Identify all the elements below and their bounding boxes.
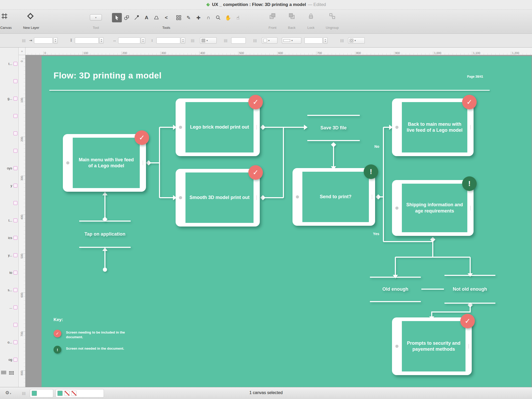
border-style-dropdown[interactable]: ▾ [282,37,301,44]
tablet-camera-dot [296,195,299,198]
layer-list-item[interactable]: oys [0,165,19,171]
layer-list-item[interactable]: y... [0,252,19,258]
point-tool-button[interactable]: ☝ [233,13,243,22]
artboard-icon [14,288,17,292]
artboard-icon [14,323,17,327]
ruler-label: 100 [20,95,23,105]
y-position-input[interactable] [75,37,99,44]
flow-node-prompts[interactable]: Prompts to security and payement methods… [392,317,472,375]
artboard-icon [14,114,17,118]
canvas-area[interactable]: Flow: 3D printing a model Page 38/41 [25,55,532,387]
key-title: Key: [54,317,128,322]
flow-node-label: Lego brick model print out [190,124,249,130]
canvas-button-label[interactable]: Canvas [0,26,15,30]
insert-tool-button[interactable]: < [161,13,171,22]
send-back-icon[interactable] [288,13,295,21]
badge-check-icon: ✓ [460,314,475,328]
flow-node-back-to-main[interactable]: Back to main menu with live feed of a Le… [392,98,474,156]
flow-node-lego-brick[interactable]: Lego brick model print out ✓ [176,98,260,156]
transform-tool-button[interactable]: ✚ [194,13,203,22]
tools-group-label: Tools [155,26,178,30]
fill-dropdown[interactable]: ▾ [200,37,217,44]
layer-list-item[interactable]: t... [0,217,19,223]
ruler-label: 800 [20,368,23,378]
flow-node-save-file[interactable]: Save 3D file [307,115,360,141]
flow-node-old-enough[interactable]: Old enough [370,277,421,302]
ruler-label: 500 [20,251,23,261]
symbol-tool-button[interactable] [174,13,184,22]
flow-node-smooth-3d[interactable]: Smooth 3D model print out ✓ [176,169,260,227]
tool-dropdown[interactable]: ▾ [90,14,102,21]
ungroup-icon[interactable] [329,13,336,21]
badge-check-icon: ✓ [135,130,149,145]
vector-tool-button[interactable] [132,13,142,22]
window-edited-flag: — Edited [308,2,326,7]
artboard-icon [14,218,17,222]
layer-list-item[interactable] [0,200,19,206]
pencil-tool-button[interactable]: ✎ [184,13,194,22]
layer-list-item[interactable]: t... [0,61,19,67]
layer-list-item[interactable] [0,148,19,154]
opacity-input[interactable] [231,37,246,44]
layer-list-item[interactable] [0,130,19,136]
border-color-dropdown[interactable]: ▾ [262,37,277,44]
layer-list-item[interactable]: o... [0,339,19,345]
insert-tool-icon: < [165,15,168,21]
lock-icon[interactable] [308,13,314,21]
bring-front-icon[interactable] [269,13,276,21]
flow-node-not-old-enough[interactable]: Not old enough [444,275,495,304]
magnet-tool-button[interactable]: ∩ [203,13,213,22]
branch-label-no: No [364,144,379,149]
layer-list-item[interactable] [0,78,19,84]
tablet-screen: Shipping information and age requirement… [402,184,467,232]
width-input[interactable] [118,37,140,44]
chevron-down-icon: ▾ [355,39,356,42]
layer-list-item[interactable] [0,322,19,328]
canvas-icon[interactable] [1,13,8,21]
flow-node-label: Shipping information and age requirement… [405,202,464,214]
new-layer-button-label[interactable]: New Layer [19,26,44,30]
height-stepper[interactable]: ▴▾ [181,37,185,44]
pointing-hand-icon: ☝ [236,15,240,21]
tablet-screen: Main menu with live feed of a Lego model [73,138,140,188]
y-position-stepper[interactable]: ▴▾ [99,37,104,44]
ruler-label: 900 [395,51,400,55]
flow-node-main-menu[interactable]: Main menu with live feed of a Lego model… [63,134,146,192]
text-tool-button[interactable]: A [142,13,151,22]
flow-node-tap-application[interactable]: Tap on application [79,221,131,248]
grid-view-icon[interactable] [9,371,14,375]
layer-list-item[interactable]: y [0,182,19,189]
artboard-tool-button[interactable] [151,13,161,22]
hand-tool-button[interactable]: ✋ [223,13,233,22]
select-tool-button[interactable] [112,13,122,22]
x-position-input[interactable] [34,37,53,44]
layer-list-item[interactable]: to [0,269,19,276]
layer-list-item[interactable] [0,113,19,119]
layer-label: t... [9,218,12,222]
flow-node-shipping[interactable]: Shipping information and age requirement… [392,180,474,236]
width-stepper[interactable]: ▴▾ [141,37,145,44]
tablet-screen: Send to print? [302,172,369,222]
height-input[interactable] [156,37,180,44]
horizontal-ruler[interactable]: 01002003004005006007008009001,0001,1001,… [25,48,532,55]
new-layer-icon[interactable] [26,12,34,21]
ruler-label: 0 [20,56,23,66]
layer-list-item[interactable]: ics [0,235,19,241]
pattern-swatch [350,39,353,42]
layer-list-item[interactable]: s... [0,287,19,293]
artboard[interactable]: Flow: 3D printing a model Page 38/41 [42,56,531,387]
border-width-input[interactable] [304,37,323,44]
zoom-tool-button[interactable] [213,13,223,22]
layer-list-item[interactable]: ... [0,304,19,310]
x-position-stepper[interactable]: ▴▾ [53,37,58,44]
border-width-stepper[interactable]: ▴▾ [323,37,328,44]
flow-node-send-to-print[interactable]: Send to print? ! [292,168,375,226]
artboard-icon [14,131,17,135]
flow-node-label: Old enough [382,286,408,292]
layer-list-item[interactable]: g... [0,95,19,102]
layer-list-item[interactable]: og [0,356,19,363]
list-view-icon[interactable] [1,371,6,375]
pattern-dropdown[interactable]: ▾ [348,37,365,44]
vertical-ruler[interactable]: 0100200300400500600700800 [19,55,25,387]
shape-tool-button[interactable] [122,13,132,22]
